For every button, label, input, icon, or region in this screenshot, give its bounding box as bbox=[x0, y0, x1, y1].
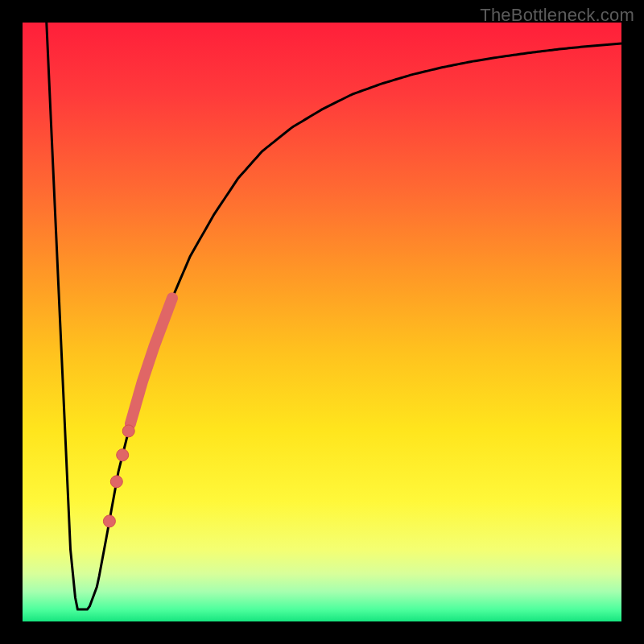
marker-dot bbox=[103, 515, 115, 527]
bottleneck-curve bbox=[47, 23, 621, 609]
marker-dot bbox=[122, 425, 134, 437]
highlight-segment bbox=[130, 298, 172, 423]
curve-layer bbox=[23, 23, 621, 621]
marker-dot bbox=[110, 476, 122, 488]
marker-dot bbox=[117, 449, 129, 461]
plot-area bbox=[23, 23, 621, 621]
chart-frame: TheBottleneck.com bbox=[0, 0, 644, 644]
